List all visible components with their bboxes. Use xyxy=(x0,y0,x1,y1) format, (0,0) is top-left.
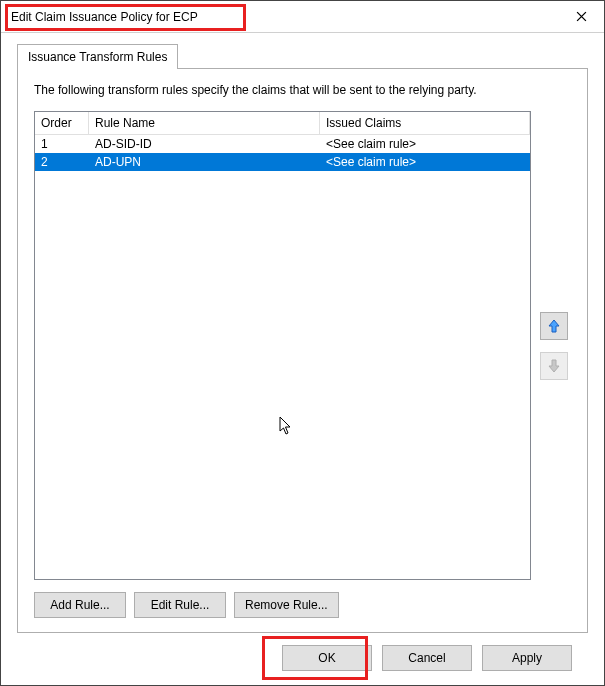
rules-listview[interactable]: Order Rule Name Issued Claims 1 AD-SID-I… xyxy=(34,111,531,580)
title-bar: Edit Claim Issuance Policy for ECP xyxy=(1,1,604,33)
order-buttons xyxy=(537,111,571,580)
move-up-button[interactable] xyxy=(540,312,568,340)
tab-issuance-transform-rules[interactable]: Issuance Transform Rules xyxy=(17,44,178,69)
close-button[interactable] xyxy=(558,1,604,32)
cancel-button[interactable]: Cancel xyxy=(382,645,472,671)
arrow-up-icon xyxy=(546,318,562,334)
listview-body: 1 AD-SID-ID <See claim rule> 2 AD-UPN <S… xyxy=(35,135,530,579)
cell-name: AD-UPN xyxy=(89,153,320,171)
tab-panel: The following transform rules specify th… xyxy=(17,68,588,633)
cell-order: 2 xyxy=(35,153,89,171)
edit-rule-button[interactable]: Edit Rule... xyxy=(134,592,226,618)
rule-button-row: Add Rule... Edit Rule... Remove Rule... xyxy=(34,592,571,618)
apply-button[interactable]: Apply xyxy=(482,645,572,671)
tab-strip: Issuance Transform Rules xyxy=(17,43,588,68)
cell-issued: <See claim rule> xyxy=(320,135,530,153)
tab-label: Issuance Transform Rules xyxy=(28,50,167,64)
close-icon xyxy=(576,11,587,22)
dialog-window: Edit Claim Issuance Policy for ECP Issua… xyxy=(0,0,605,686)
client-area: Issuance Transform Rules The following t… xyxy=(1,33,604,685)
table-row[interactable]: 1 AD-SID-ID <See claim rule> xyxy=(35,135,530,153)
cell-issued: <See claim rule> xyxy=(320,153,530,171)
arrow-down-icon xyxy=(546,358,562,374)
ok-button[interactable]: OK xyxy=(282,645,372,671)
table-row[interactable]: 2 AD-UPN <See claim rule> xyxy=(35,153,530,171)
dialog-button-row: OK Cancel Apply xyxy=(17,633,588,671)
remove-rule-button[interactable]: Remove Rule... xyxy=(234,592,339,618)
column-rule-name[interactable]: Rule Name xyxy=(89,112,320,134)
column-order[interactable]: Order xyxy=(35,112,89,134)
column-issued-claims[interactable]: Issued Claims xyxy=(320,112,530,134)
move-down-button[interactable] xyxy=(540,352,568,380)
add-rule-button[interactable]: Add Rule... xyxy=(34,592,126,618)
rules-area: Order Rule Name Issued Claims 1 AD-SID-I… xyxy=(34,111,571,580)
listview-header: Order Rule Name Issued Claims xyxy=(35,112,530,135)
description-text: The following transform rules specify th… xyxy=(34,83,571,97)
cell-order: 1 xyxy=(35,135,89,153)
window-title: Edit Claim Issuance Policy for ECP xyxy=(11,10,198,24)
cell-name: AD-SID-ID xyxy=(89,135,320,153)
